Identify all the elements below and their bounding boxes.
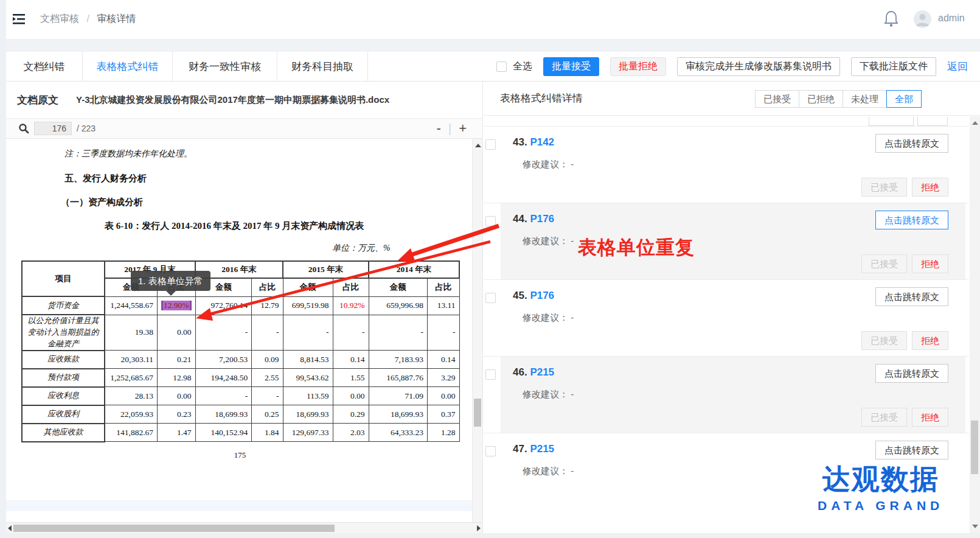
error-item-checkbox[interactable] [485, 139, 496, 150]
breadcrumb-root[interactable]: 文档审核 [40, 13, 79, 24]
error-item-page-link[interactable]: P176 [530, 213, 554, 225]
doc-table-title: 表 6-10：发行人 2014-2016 年末及 2017 年 9 月末资产构成… [105, 220, 364, 232]
table-cell: 1.55 [333, 369, 369, 387]
table-cell: 7,183.93 [369, 351, 427, 369]
jump-to-source-button[interactable]: 点击跳转原文 [875, 287, 948, 306]
table-cell: 1.28 [427, 424, 459, 442]
scroll-left-arrow[interactable] [8, 525, 12, 531]
download-annotated-button[interactable]: 下载批注版文件 [851, 57, 936, 76]
table-unit-error-tooltip: 1. 表格单位异常 [131, 271, 210, 291]
suggestion-line: 修改建议： - [523, 236, 574, 247]
batch-reject-button[interactable]: 批量拒绝 [610, 57, 666, 76]
item-actions: 已接受拒绝 [861, 254, 948, 273]
scroll-right-arrow[interactable] [477, 525, 481, 531]
jump-to-source-button[interactable]: 点击跳转原文 [875, 134, 948, 153]
document-vertical-scrollbar[interactable] [472, 139, 482, 522]
filter-all-active[interactable]: 全部 [886, 90, 922, 108]
reject-button[interactable]: 拒绝 [912, 331, 948, 350]
breadcrumb: 文档审核 / 审核详情 [40, 13, 136, 26]
scroll-up-arrow[interactable] [972, 121, 978, 125]
tab-financial-subject-extract[interactable]: 财务科目抽取 [277, 52, 368, 81]
table-cell: 141,882.67 [105, 424, 158, 442]
error-list-scrollbar[interactable] [970, 116, 980, 533]
tab-table-format-correction[interactable]: 表格格式纠错 [83, 52, 173, 81]
error-item-list: 43. P142点击跳转原文修改建议： -已接受拒绝44. P176点击跳转原文… [484, 116, 969, 509]
back-link[interactable]: 返回 [947, 60, 968, 74]
select-all-label[interactable]: 全选 [513, 60, 532, 73]
document-page-view: 注：三季度数据均未作年化处理。 五、发行人财务分析 （一）资产构成分析 表 6-… [6, 139, 472, 522]
zoom-out-button[interactable]: - [437, 120, 441, 137]
batch-accept-button[interactable]: 批量接受 [543, 57, 599, 76]
scroll-up-arrow[interactable] [475, 144, 481, 147]
menu-collapse-icon[interactable] [11, 11, 28, 28]
select-all-checkbox[interactable] [496, 61, 507, 72]
error-item-page-link[interactable]: P215 [530, 366, 554, 378]
module-tabbar: 文档纠错 表格格式纠错 财务一致性审核 财务科目抽取 全选 批量接受 批量拒绝 … [6, 52, 980, 82]
table-cell: 972,760.14 [195, 296, 252, 315]
table-cell: 3.29 [427, 369, 459, 387]
row-item-name: 预付款项 [22, 369, 105, 387]
page-number-input[interactable] [34, 122, 72, 135]
tab-doc-correction[interactable]: 文档纠错 [6, 52, 83, 81]
notification-bell-icon[interactable] [883, 10, 902, 29]
tab-financial-consistency[interactable]: 财务一致性审核 [173, 52, 277, 81]
error-item-page-link[interactable]: P142 [530, 136, 554, 148]
jump-to-source-button[interactable]: 点击跳转原文 [875, 211, 948, 229]
document-horizontal-scrollbar[interactable] [6, 522, 482, 533]
table-cell: 659,996.98 [369, 296, 427, 315]
cutoff-previous-item [484, 116, 969, 126]
horizontal-scroll-thumb[interactable] [13, 525, 335, 532]
zoom-in-button[interactable]: + [459, 120, 467, 137]
table-cell: 1,244,558.67 [105, 296, 158, 315]
reject-button[interactable]: 拒绝 [912, 254, 948, 273]
table-cell: 165,887.76 [369, 369, 427, 387]
table-cell: 0.25 [252, 405, 283, 424]
vertical-scroll-thumb[interactable] [474, 399, 481, 427]
error-item-number: 43. [513, 136, 527, 148]
user-avatar[interactable] [914, 10, 931, 28]
cutoff-accepted-button[interactable] [869, 117, 914, 126]
filter-option[interactable]: 已接受 [755, 90, 799, 108]
reject-button[interactable]: 拒绝 [912, 408, 948, 427]
error-item-page-link[interactable]: P176 [530, 290, 554, 301]
error-item-body: 43. P142点击跳转原文修改建议： -已接受拒绝 [501, 127, 965, 203]
table-cell: 12.79 [252, 296, 283, 315]
error-detail-panel: 表格格式纠错详情 已接受已拒绝未处理全部 43. P142点击跳转原文修改建议：… [484, 82, 980, 533]
filter-option[interactable]: 已拒绝 [799, 90, 843, 108]
error-item-checkbox[interactable] [485, 369, 496, 380]
suggestion-label: 修改建议： [523, 236, 568, 246]
table-cell: 8,814.53 [283, 351, 333, 369]
table-cell: - [252, 315, 283, 351]
highlighted-error-value[interactable]: 12.90% [161, 301, 192, 310]
suggestion-value: - [568, 389, 574, 399]
search-icon[interactable] [18, 123, 29, 134]
accepted-button[interactable]: 已接受 [861, 408, 907, 427]
item-actions: 已接受拒绝 [861, 408, 948, 427]
jump-to-source-button[interactable]: 点击跳转原文 [875, 364, 948, 383]
filter-option[interactable]: 未处理 [843, 90, 887, 108]
cutoff-reject-button[interactable] [917, 117, 948, 126]
reject-button[interactable]: 拒绝 [912, 178, 948, 197]
sub-header: 金额 [369, 278, 427, 296]
document-filename: Y-3北京城建投资发展股份有限公司2017年度第一期中期票据募集说明书.docx [76, 94, 389, 106]
accepted-button[interactable]: 已接受 [861, 331, 907, 350]
username-label[interactable]: admin [938, 13, 965, 24]
error-item-checkbox[interactable] [485, 446, 496, 456]
error-item-body: 46. P215点击跳转原文修改建议： -已接受拒绝 [501, 357, 965, 433]
vertical-scroll-thumb[interactable] [971, 421, 978, 474]
sub-header: 占比 [333, 278, 369, 296]
jump-to-source-button[interactable]: 点击跳转原文 [875, 441, 948, 459]
table-cell: 13.11 [427, 296, 459, 315]
accepted-button[interactable]: 已接受 [861, 254, 907, 273]
row-item-name: 货币资金 [22, 296, 105, 315]
scroll-down-arrow[interactable] [972, 525, 978, 528]
suggestion-label: 修改建议： [523, 312, 568, 323]
table-cell: 20,303.11 [105, 351, 158, 369]
error-panel-title: 表格格式纠错详情 [500, 91, 583, 105]
accepted-button[interactable]: 已接受 [861, 178, 907, 197]
finish-generate-button[interactable]: 审核完成并生成修改版募集说明书 [677, 57, 840, 76]
error-item-checkbox[interactable] [485, 216, 496, 226]
sub-header: 占比 [252, 278, 283, 296]
error-item-page-link[interactable]: P215 [530, 443, 554, 455]
error-item-checkbox[interactable] [485, 293, 496, 303]
